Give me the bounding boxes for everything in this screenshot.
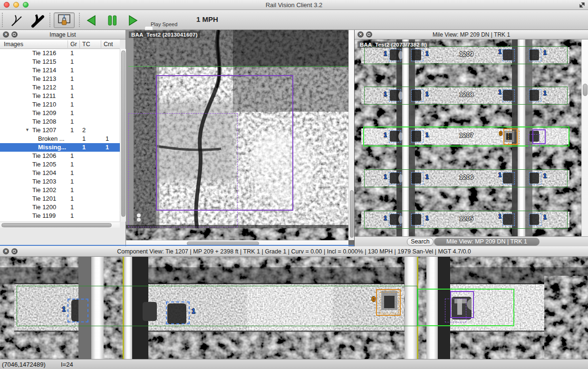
list-item[interactable]: Tie 12151	[0, 58, 120, 66]
fastener-box[interactable]	[502, 49, 515, 61]
tie-label: Tie 1215	[32, 58, 56, 65]
list-item[interactable]: Tie 12131	[0, 75, 120, 83]
list-item-defect-selected[interactable]: Missing...11	[0, 143, 120, 152]
column-cnt[interactable]: Cnt	[104, 41, 113, 48]
list-item[interactable]: Tie 12051	[0, 160, 120, 169]
gr-value: 1	[70, 58, 74, 65]
defect-label: Missing...	[38, 144, 66, 151]
list-item[interactable]: Tie 12121	[0, 83, 120, 92]
defect-box-broken-dashed[interactable]	[445, 299, 466, 322]
play-button[interactable]	[125, 12, 141, 28]
image-list-panel: ✕ Image List Images Gr TC Cnt Tie 12161 …	[0, 30, 126, 246]
fastener-box[interactable]	[389, 214, 401, 226]
gr-value: 1	[70, 169, 74, 176]
list-item[interactable]: Tie 12141	[0, 66, 120, 75]
fastener-box[interactable]	[166, 301, 190, 324]
detail-overlay-label: BAA_Test2 (2013041607)	[129, 31, 200, 38]
intensity-value: I=24	[61, 361, 73, 368]
title-bar: Rail Vision Client 3.2	[0, 0, 588, 10]
list-item[interactable]: Tie 12161	[0, 49, 120, 58]
list-item[interactable]: Tie 11991	[0, 212, 120, 220]
fastener-box[interactable]	[389, 89, 401, 102]
list-item[interactable]: Tie 12041	[0, 169, 120, 177]
tie-label: Tie 1208	[32, 118, 56, 125]
fastener-count: 1	[425, 215, 429, 222]
list-item[interactable]: Tie 12011	[0, 194, 120, 203]
tie-marking	[137, 214, 141, 217]
hscroll-handle[interactable]	[1, 223, 112, 227]
toolbar-separator	[79, 13, 80, 27]
image-list-header: ✕ Image List	[0, 30, 125, 39]
defect-box-missing[interactable]	[503, 128, 518, 145]
fastener-box[interactable]	[389, 130, 401, 143]
pause-button[interactable]	[105, 12, 120, 28]
tie-label: Tie 1216	[32, 49, 56, 57]
expand-window-icon[interactable]	[578, 1, 586, 9]
tie-number: 1206	[450, 174, 483, 181]
vscroll-handle[interactable]	[121, 50, 125, 217]
disclosure-triangle-icon[interactable]: ▼	[25, 127, 29, 132]
fastener-box[interactable]	[389, 172, 401, 184]
list-item-expanded[interactable]: ▼Tie 120712	[0, 126, 120, 135]
fastener-box[interactable]	[411, 89, 424, 102]
vscroll-handle[interactable]	[583, 84, 588, 96]
mile-tie-row-selected: 1 1 0 1207	[355, 127, 581, 149]
column-tc[interactable]: TC	[82, 41, 90, 48]
fastener-box[interactable]	[529, 172, 541, 184]
column-images[interactable]: Images	[4, 41, 23, 48]
defect-box-broken-dashed[interactable]	[128, 113, 238, 227]
mile-view-panel: ✕ Mile View: MP 209 DN | TRK 1	[354, 30, 588, 246]
fastener-box[interactable]	[389, 49, 401, 61]
switch-thin-tool-button[interactable]	[7, 12, 26, 28]
gr-value: 1	[70, 118, 74, 125]
component-view-panel: ✕ Component View: Tie 1207 | MP 209 + 23…	[0, 246, 588, 359]
image-list-vscrollbar[interactable]	[120, 49, 126, 222]
gr-value: 1	[70, 212, 74, 219]
switch-bold-tool-button[interactable]	[28, 12, 47, 28]
fastener-box[interactable]	[529, 214, 541, 226]
image-list: Tie 12161 Tie 12151 Tie 12141 Tie 12131 …	[0, 49, 120, 222]
defect-box-missing-dashed[interactable]	[380, 292, 399, 313]
tc-value: 2	[82, 126, 86, 134]
tab-mile-view[interactable]: Mile View: MP 209 DN | TRK 1	[434, 238, 540, 246]
mile-view-vscrollbar[interactable]	[581, 39, 588, 236]
step-back-button[interactable]	[84, 12, 99, 28]
fastener-box[interactable]	[411, 214, 424, 226]
list-item[interactable]: Tie 12091	[0, 109, 120, 117]
detail-vscrollbar[interactable]	[348, 30, 354, 240]
list-item[interactable]: Tie 12061	[0, 152, 120, 160]
fastener-box[interactable]	[502, 89, 515, 102]
defect-box-broken-dashed[interactable]	[529, 134, 540, 146]
fastener-box[interactable]	[411, 49, 424, 61]
gr-value: 1	[70, 75, 74, 82]
list-item[interactable]: Tie 12081	[0, 117, 120, 126]
app-window: Rail Vision Client 3.2	[0, 0, 588, 369]
tab-search[interactable]: Search	[407, 238, 434, 246]
tie-edge-line	[128, 66, 348, 67]
fastener-box[interactable]	[502, 172, 515, 184]
toolbar-drag-handle[interactable]	[2, 13, 3, 27]
mile-tie-row: 1 1 1 1 1205	[355, 211, 581, 233]
fastener-box[interactable]	[529, 49, 541, 61]
tc-value: 1	[82, 135, 86, 142]
lock-tool-button[interactable]	[54, 12, 75, 28]
list-item[interactable]: Tie 12001	[0, 203, 120, 212]
fastener-box[interactable]	[411, 172, 424, 184]
list-item-defect[interactable]: Broken ...11	[0, 135, 120, 143]
fastener-box[interactable]	[529, 89, 541, 102]
column-gr[interactable]: Gr	[70, 41, 77, 48]
fastener-box[interactable]	[411, 130, 424, 143]
gr-value: 1	[70, 67, 74, 74]
image-list-hscrollbar[interactable]	[0, 222, 120, 228]
cnt-value: 1	[106, 144, 109, 151]
list-item[interactable]: Tie 12111	[0, 92, 120, 100]
list-item[interactable]: Tie 12021	[0, 186, 120, 194]
gr-value: 1	[70, 92, 74, 99]
list-item[interactable]: Tie 12101	[0, 100, 120, 109]
fastener-box[interactable]	[502, 214, 515, 226]
list-item[interactable]: Tie 12031	[0, 177, 120, 186]
fastener-box[interactable]	[67, 299, 88, 322]
tie-label: Tie 1214	[32, 67, 56, 74]
vscroll-handle[interactable]	[350, 190, 354, 238]
component-view-title: Component View: Tie 1207 | MP 209 + 2398…	[0, 248, 588, 255]
